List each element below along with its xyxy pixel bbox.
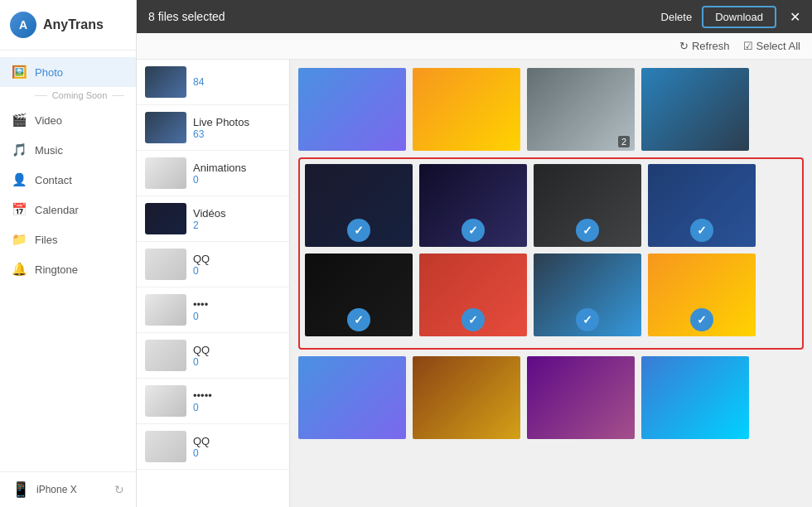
album-name: QQ [193,435,210,447]
nav-label-ringtone: Ringtone [35,263,78,276]
sidebar: A AnyTrans 🖼️ Photo Coming Soon 🎬 Video … [0,0,137,507]
select-all-icon: ☑ [743,40,753,52]
photo-cell-selected[interactable]: ✓ [648,164,756,247]
album-thumb [145,66,186,98]
album-count: 2 [193,220,226,231]
album-thumb [145,431,186,462]
album-info: Vidéos 2 [193,207,226,231]
nav-item-video[interactable]: 🎬 Video [0,105,136,135]
photo-cell[interactable] [641,68,749,151]
album-count: 63 [193,128,249,140]
photo-cell-selected[interactable]: ✓ [419,254,527,336]
photo-cell[interactable] [413,68,520,151]
album-count-top: 84 [193,76,204,88]
photo-cell-selected[interactable]: ✓ [534,164,641,247]
album-item-7[interactable]: QQ 0 [137,424,289,470]
nav-item-ringtone[interactable]: 🔔 Ringtone [0,254,136,284]
photo-cell-selected[interactable]: ✓ [305,254,413,336]
selection-count: 8 files selected [148,10,661,23]
album-info: QQ 0 [193,435,210,459]
photo-cell[interactable] [413,356,520,439]
check-icon: ✓ [582,224,592,237]
device-icon: 📱 [12,480,30,499]
photo-row-selected-1: ✓ ✓ ✓ ✓ [305,164,797,247]
album-info: Animations 0 [193,162,246,186]
check-overlay: ✓ [347,219,370,242]
photo-row-selected-2: ✓ ✓ ✓ ✓ [305,254,797,336]
photo-cell[interactable]: 2 [527,68,635,151]
delete-button[interactable]: Delete [661,11,693,23]
nav-item-music[interactable]: 🎵 Music [0,135,136,165]
album-item-1[interactable]: Animations 0 [137,151,289,196]
album-name: ••••• [193,389,212,402]
device-name: iPhone X [36,484,114,495]
album-info: ••••• 0 [193,389,212,413]
nav-label-contact: Contact [35,174,72,186]
selection-group: ✓ ✓ ✓ ✓ [298,157,804,350]
refresh-icon: ↻ [679,40,689,52]
calendar-icon: 📅 [12,202,27,217]
album-thumb [145,294,186,326]
album-name: QQ [193,253,210,265]
album-thumb [145,112,186,143]
check-overlay: ✓ [462,308,485,331]
check-icon: ✓ [468,313,478,326]
album-count: 0 [193,311,208,322]
photo-cell[interactable] [527,356,635,439]
check-icon: ✓ [697,313,707,326]
album-item-5[interactable]: QQ 0 [137,333,289,379]
album-count: 0 [193,356,210,368]
album-item-3[interactable]: QQ 0 [137,242,289,287]
nav-item-contact[interactable]: 👤 Contact [0,165,136,195]
album-thumb [145,249,186,280]
toolbar: ↻ Refresh ☑ Select All [137,33,812,60]
photo-cell[interactable] [298,68,406,151]
photo-cell-selected[interactable]: ✓ [419,164,527,247]
album-item-4[interactable]: •••• 0 [137,287,289,333]
album-name: QQ [193,344,210,356]
selection-actions: Delete Download ✕ [661,6,800,28]
nav-item-photo[interactable]: 🖼️ Photo [0,57,136,87]
check-icon: ✓ [582,313,592,326]
device-settings-icon[interactable]: ↻ [114,483,124,496]
album-name: Vidéos [193,207,226,220]
photo-area[interactable]: 2 ✓ ✓ [290,60,812,507]
ringtone-icon: 🔔 [12,262,27,277]
photo-cell[interactable] [641,356,749,439]
album-info: 84 [193,76,204,88]
check-overlay: ✓ [576,308,599,331]
album-info: Live Photos 63 [193,116,249,140]
coming-soon-label: Coming Soon [0,87,136,105]
album-name: •••• [193,298,208,311]
album-item-0[interactable]: Live Photos 63 [137,105,289,151]
check-overlay: ✓ [462,219,485,242]
album-thumb [145,203,186,234]
contact-icon: 👤 [12,172,27,187]
app-name: AnyTrans [43,17,104,32]
files-icon: 📁 [12,232,27,247]
album-count: 0 [193,174,246,186]
nav-label-calendar: Calendar [35,204,79,216]
photo-cell-selected[interactable]: ✓ [648,254,756,336]
refresh-button[interactable]: ↻ Refresh [679,40,730,52]
album-count: 0 [193,402,212,413]
nav-label-video: Video [35,114,62,127]
close-selection-button[interactable]: ✕ [790,9,800,25]
select-all-button[interactable]: ☑ Select All [743,40,800,52]
download-button[interactable]: Download [702,6,776,28]
album-item-top[interactable]: 84 [137,60,289,105]
album-thumb [145,385,186,417]
app-logo-icon: A [10,12,36,38]
photo-cell-selected[interactable]: ✓ [534,254,641,336]
album-item-6[interactable]: ••••• 0 [137,379,289,424]
photo-cell[interactable] [298,356,406,439]
photo-cell-selected[interactable]: ✓ [305,164,413,247]
refresh-label: Refresh [692,40,730,52]
nav-item-calendar[interactable]: 📅 Calendar [0,195,136,225]
nav-item-files[interactable]: 📁 Files [0,225,136,254]
check-overlay: ✓ [576,219,599,242]
album-item-2[interactable]: Vidéos 2 [137,196,289,242]
album-thumb [145,157,186,189]
photo-row-bottom [298,356,804,439]
check-icon: ✓ [354,224,364,237]
